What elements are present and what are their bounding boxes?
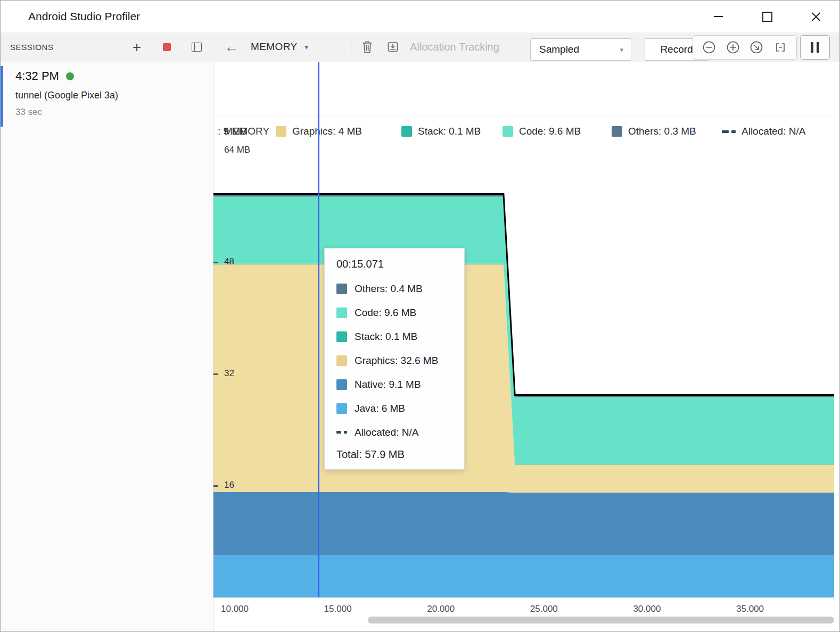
- pause-icon: [817, 42, 819, 53]
- tooltip-timestamp: 00:15.071: [336, 258, 452, 270]
- tooltip-row: Allocated: N/A: [336, 420, 452, 444]
- session-time: 4:32 PM: [15, 69, 59, 83]
- back-button[interactable]: ←: [220, 32, 243, 61]
- delete-capture-button[interactable]: [355, 32, 380, 61]
- close-button[interactable]: [805, 6, 827, 27]
- series-swatch-icon: [336, 403, 347, 414]
- titlebar: Android Studio Profiler: [1, 1, 839, 33]
- toolbar-separator: [351, 39, 351, 55]
- collapse-panel-button[interactable]: [189, 40, 204, 55]
- horizontal-scrollbar-thumb[interactable]: [368, 617, 834, 623]
- pause-live-button[interactable]: [800, 35, 830, 60]
- tooltip-row: Others: 0.4 MB: [336, 277, 452, 301]
- tooltip-row: Native: 9.1 MB: [336, 372, 452, 396]
- others-swatch-icon: [612, 126, 622, 137]
- record-button-label: Record: [660, 44, 693, 55]
- tooltip-row-label: Allocated: N/A: [355, 427, 418, 438]
- x-axis-label: 20.000: [419, 604, 462, 614]
- session-list-item[interactable]: 4:32 PM tunnel (Google Pixel 3a) 33 sec: [1, 62, 213, 118]
- minimize-button[interactable]: [707, 6, 729, 27]
- series-swatch-icon: [336, 331, 347, 342]
- allocation-mode-value: Sampled: [539, 44, 620, 55]
- zoom-out-icon: [702, 40, 717, 55]
- tooltip-row-label: Native: 9.1 MB: [355, 379, 421, 390]
- sessions-header: SESSIONS +: [1, 32, 213, 62]
- legend-label: Stack: 0.1 MB: [418, 126, 481, 137]
- heap-dump-icon: [386, 40, 399, 53]
- y-axis-tick: [213, 262, 218, 263]
- zoom-in-icon: [726, 40, 740, 55]
- allocation-tracking-label: Allocation Tracking: [410, 32, 499, 61]
- allocated-dash-icon: [722, 130, 736, 133]
- x-axis-label: 15.000: [317, 604, 359, 614]
- window-title: Android Studio Profiler: [28, 1, 140, 32]
- session-device: tunnel (Google Pixel 3a): [15, 90, 213, 101]
- y-axis-label: 16: [224, 480, 234, 490]
- legend-item-allocated: Allocated: N/A: [722, 122, 805, 141]
- tooltip-total: Total: 57.9 MB: [336, 448, 452, 461]
- legend-label: Others: 0.3 MB: [628, 126, 696, 137]
- memory-area-native: [213, 492, 834, 556]
- zoom-in-button[interactable]: [726, 40, 740, 55]
- legend-item-code: Code: 9.6 MB: [503, 122, 581, 141]
- maximize-button[interactable]: [756, 6, 778, 27]
- panel-layout-icon: [192, 43, 202, 52]
- x-axis: 10.00015.00020.00025.00030.00035.000: [213, 604, 834, 617]
- profiler-toolbar: ← MEMORY ▾ Allocation Tracking: [213, 32, 839, 62]
- graphics-swatch-icon: [276, 126, 286, 137]
- x-axis-label: 10.000: [213, 604, 256, 614]
- memory-stacked-area-chart: [213, 62, 834, 597]
- allocated-dash-icon: [336, 431, 347, 434]
- tooltip-row-label: Others: 0.4 MB: [355, 283, 423, 295]
- profiler-type-label: MEMORY: [251, 41, 298, 53]
- session-duration: 33 sec: [15, 107, 213, 118]
- stop-icon: [163, 43, 171, 51]
- y-axis-label: 64 MB: [224, 145, 250, 155]
- close-icon: [811, 12, 821, 21]
- chevron-down-icon: ▾: [620, 46, 623, 54]
- legend-item-others: Others: 0.3 MB: [612, 122, 696, 141]
- add-session-button[interactable]: +: [129, 40, 144, 55]
- series-swatch-icon: [336, 284, 347, 294]
- zoom-out-button[interactable]: [702, 40, 717, 55]
- tooltip-row-label: Code: 9.6 MB: [355, 307, 416, 319]
- y-axis-tick: [213, 373, 218, 375]
- tooltip-row: Stack: 0.1 MB: [336, 325, 452, 348]
- sessions-header-icons: +: [129, 40, 204, 55]
- zoom-to-selection-icon: [773, 40, 788, 55]
- reset-zoom-button[interactable]: [749, 40, 764, 55]
- plus-icon: +: [133, 40, 141, 55]
- series-swatch-icon: [336, 379, 347, 390]
- zoom-controls-panel: [693, 35, 797, 60]
- tooltip-row: Code: 9.6 MB: [336, 301, 452, 325]
- series-swatch-icon: [336, 355, 347, 366]
- x-axis-label: 35.000: [729, 604, 771, 614]
- window-controls: [707, 1, 827, 32]
- profiler-window: Android Studio Profiler SESSIONS + ← MEM…: [0, 0, 840, 632]
- profiler-type-dropdown[interactable]: MEMORY ▾: [251, 32, 308, 61]
- timeline-playhead[interactable]: [318, 62, 319, 597]
- minimize-icon: [714, 16, 723, 17]
- stop-session-button[interactable]: [159, 40, 174, 55]
- allocation-mode-select[interactable]: Sampled ▾: [530, 38, 631, 61]
- code-swatch-icon: [503, 126, 513, 137]
- tooltip-row-label: Java: 6 MB: [355, 403, 405, 414]
- sessions-title: SESSIONS: [10, 43, 54, 52]
- session-live-status-dot: [66, 72, 74, 80]
- tooltip-row: Graphics: 32.6 MB: [336, 348, 452, 372]
- session-time-row: 4:32 PM: [15, 69, 213, 83]
- legend-label: Graphics: 4 MB: [292, 126, 362, 137]
- tooltip-row-label: Stack: 0.1 MB: [355, 331, 417, 343]
- tooltip-row-label: Graphics: 32.6 MB: [355, 355, 438, 367]
- chart-tooltip: 00:15.071 Others: 0.4 MBCode: 9.6 MBStac…: [324, 248, 465, 470]
- x-axis-label: 30.000: [625, 604, 668, 614]
- zoom-to-selection-button[interactable]: [773, 40, 788, 55]
- pause-icon: [811, 42, 813, 53]
- chevron-down-icon: ▾: [305, 43, 309, 51]
- memory-timeline[interactable]: MEMORY : 9 MB Graphics: 4 MB Stack: 0.1 …: [213, 62, 839, 631]
- back-arrow-icon: ←: [225, 39, 239, 55]
- stack-swatch-icon: [401, 126, 412, 137]
- legend-label: : 9 MB: [218, 126, 247, 137]
- heap-dump-button[interactable]: [381, 32, 405, 61]
- y-axis-tick: [213, 485, 218, 487]
